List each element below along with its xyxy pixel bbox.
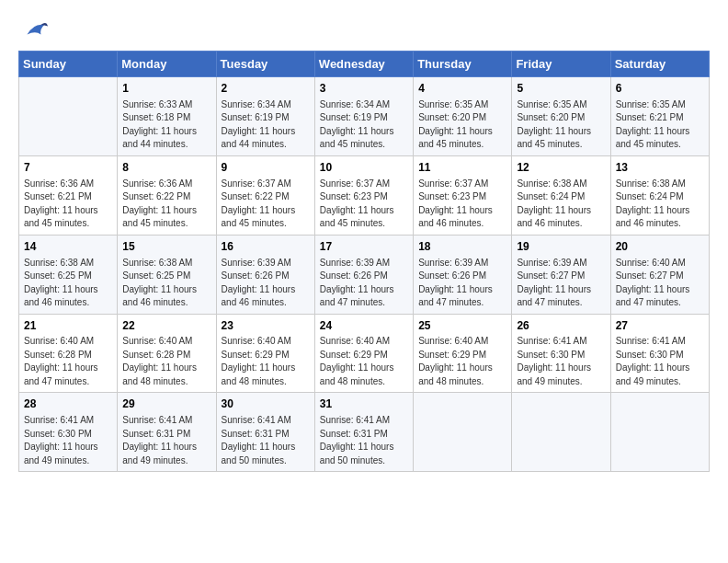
day-info: Sunrise: 6:40 AM Sunset: 6:28 PM Dayligh… bbox=[24, 335, 112, 388]
day-info: Sunrise: 6:38 AM Sunset: 6:24 PM Dayligh… bbox=[517, 178, 605, 231]
calendar-cell: 23Sunrise: 6:40 AM Sunset: 6:29 PM Dayli… bbox=[216, 314, 314, 393]
day-info: Sunrise: 6:35 AM Sunset: 6:20 PM Dayligh… bbox=[517, 98, 605, 152]
day-info: Sunrise: 6:40 AM Sunset: 6:27 PM Dayligh… bbox=[616, 257, 704, 310]
calendar-cell: 26Sunrise: 6:41 AM Sunset: 6:30 PM Dayli… bbox=[512, 314, 610, 393]
day-number: 2 bbox=[222, 81, 310, 97]
week-row-5: 28Sunrise: 6:41 AM Sunset: 6:30 PM Dayli… bbox=[19, 393, 710, 472]
day-info: Sunrise: 6:37 AM Sunset: 6:23 PM Dayligh… bbox=[320, 178, 408, 231]
day-info: Sunrise: 6:41 AM Sunset: 6:30 PM Dayligh… bbox=[24, 414, 112, 467]
calendar-cell: 2Sunrise: 6:34 AM Sunset: 6:19 PM Daylig… bbox=[216, 77, 314, 156]
calendar-cell: 21Sunrise: 6:40 AM Sunset: 6:28 PM Dayli… bbox=[19, 314, 118, 393]
day-number: 24 bbox=[320, 318, 408, 334]
calendar-cell: 11Sunrise: 6:37 AM Sunset: 6:23 PM Dayli… bbox=[414, 155, 512, 235]
day-info: Sunrise: 6:40 AM Sunset: 6:29 PM Dayligh… bbox=[222, 335, 310, 388]
day-number: 26 bbox=[517, 318, 605, 334]
day-number: 20 bbox=[616, 239, 704, 255]
day-number: 21 bbox=[24, 318, 112, 334]
day-number: 12 bbox=[517, 160, 605, 176]
day-info: Sunrise: 6:40 AM Sunset: 6:29 PM Dayligh… bbox=[320, 335, 408, 388]
calendar-cell: 7Sunrise: 6:36 AM Sunset: 6:21 PM Daylig… bbox=[19, 155, 118, 235]
week-row-1: 1Sunrise: 6:33 AM Sunset: 6:18 PM Daylig… bbox=[19, 77, 710, 156]
calendar-cell: 3Sunrise: 6:34 AM Sunset: 6:19 PM Daylig… bbox=[314, 77, 413, 156]
day-number: 27 bbox=[616, 318, 704, 334]
day-info: Sunrise: 6:41 AM Sunset: 6:30 PM Dayligh… bbox=[517, 335, 605, 388]
calendar-cell: 9Sunrise: 6:37 AM Sunset: 6:22 PM Daylig… bbox=[216, 155, 314, 235]
calendar-cell: 31Sunrise: 6:41 AM Sunset: 6:31 PM Dayli… bbox=[314, 393, 413, 472]
day-number: 31 bbox=[320, 396, 408, 412]
day-number: 7 bbox=[24, 160, 112, 176]
day-info: Sunrise: 6:33 AM Sunset: 6:18 PM Dayligh… bbox=[122, 98, 210, 152]
day-info: Sunrise: 6:40 AM Sunset: 6:29 PM Dayligh… bbox=[418, 335, 506, 388]
day-info: Sunrise: 6:39 AM Sunset: 6:27 PM Dayligh… bbox=[517, 257, 605, 310]
calendar-cell: 8Sunrise: 6:36 AM Sunset: 6:22 PM Daylig… bbox=[118, 155, 216, 235]
calendar-cell: 22Sunrise: 6:40 AM Sunset: 6:28 PM Dayli… bbox=[118, 314, 216, 393]
calendar-cell bbox=[19, 77, 118, 156]
calendar-body: 1Sunrise: 6:33 AM Sunset: 6:18 PM Daylig… bbox=[19, 77, 710, 472]
day-info: Sunrise: 6:34 AM Sunset: 6:19 PM Dayligh… bbox=[320, 98, 408, 152]
day-info: Sunrise: 6:34 AM Sunset: 6:19 PM Dayligh… bbox=[222, 98, 310, 152]
day-number: 4 bbox=[418, 81, 506, 97]
calendar-cell: 16Sunrise: 6:39 AM Sunset: 6:26 PM Dayli… bbox=[216, 235, 314, 314]
header-cell-sunday: Sunday bbox=[19, 52, 118, 77]
day-info: Sunrise: 6:36 AM Sunset: 6:22 PM Dayligh… bbox=[122, 178, 210, 231]
day-info: Sunrise: 6:38 AM Sunset: 6:25 PM Dayligh… bbox=[24, 257, 112, 310]
day-info: Sunrise: 6:35 AM Sunset: 6:20 PM Dayligh… bbox=[418, 98, 506, 152]
day-number: 30 bbox=[222, 396, 310, 412]
day-number: 10 bbox=[320, 160, 408, 176]
day-number: 29 bbox=[122, 396, 210, 412]
day-number: 17 bbox=[320, 239, 408, 255]
week-row-4: 21Sunrise: 6:40 AM Sunset: 6:28 PM Dayli… bbox=[19, 314, 710, 393]
day-number: 13 bbox=[616, 160, 704, 176]
calendar-cell: 30Sunrise: 6:41 AM Sunset: 6:31 PM Dayli… bbox=[216, 393, 314, 472]
calendar-cell: 27Sunrise: 6:41 AM Sunset: 6:30 PM Dayli… bbox=[610, 314, 709, 393]
day-info: Sunrise: 6:41 AM Sunset: 6:30 PM Dayligh… bbox=[616, 335, 704, 388]
day-number: 11 bbox=[418, 160, 506, 176]
day-number: 18 bbox=[418, 239, 506, 255]
logo bbox=[18, 18, 46, 41]
calendar-cell: 28Sunrise: 6:41 AM Sunset: 6:30 PM Dayli… bbox=[19, 393, 118, 472]
day-info: Sunrise: 6:41 AM Sunset: 6:31 PM Dayligh… bbox=[320, 414, 408, 467]
page-header bbox=[18, 18, 710, 41]
header-cell-monday: Monday bbox=[118, 52, 216, 77]
week-row-2: 7Sunrise: 6:36 AM Sunset: 6:21 PM Daylig… bbox=[19, 155, 710, 235]
calendar-cell: 18Sunrise: 6:39 AM Sunset: 6:26 PM Dayli… bbox=[414, 235, 512, 314]
day-info: Sunrise: 6:41 AM Sunset: 6:31 PM Dayligh… bbox=[222, 414, 310, 467]
header-row: SundayMondayTuesdayWednesdayThursdayFrid… bbox=[19, 52, 710, 77]
day-info: Sunrise: 6:36 AM Sunset: 6:21 PM Dayligh… bbox=[24, 178, 112, 231]
day-info: Sunrise: 6:39 AM Sunset: 6:26 PM Dayligh… bbox=[418, 257, 506, 310]
calendar-cell: 15Sunrise: 6:38 AM Sunset: 6:25 PM Dayli… bbox=[118, 235, 216, 314]
header-cell-tuesday: Tuesday bbox=[216, 52, 314, 77]
calendar-cell: 4Sunrise: 6:35 AM Sunset: 6:20 PM Daylig… bbox=[414, 77, 512, 156]
day-number: 5 bbox=[517, 81, 605, 97]
calendar-cell bbox=[414, 393, 512, 472]
calendar-header: SundayMondayTuesdayWednesdayThursdayFrid… bbox=[19, 52, 710, 77]
calendar-cell: 6Sunrise: 6:35 AM Sunset: 6:21 PM Daylig… bbox=[610, 77, 709, 156]
logo-bird-icon bbox=[20, 19, 48, 41]
day-number: 6 bbox=[616, 81, 704, 97]
calendar-cell: 1Sunrise: 6:33 AM Sunset: 6:18 PM Daylig… bbox=[118, 77, 216, 156]
calendar-cell: 13Sunrise: 6:38 AM Sunset: 6:24 PM Dayli… bbox=[610, 155, 709, 235]
day-number: 19 bbox=[517, 239, 605, 255]
calendar-cell: 5Sunrise: 6:35 AM Sunset: 6:20 PM Daylig… bbox=[512, 77, 610, 156]
calendar-cell: 17Sunrise: 6:39 AM Sunset: 6:26 PM Dayli… bbox=[314, 235, 413, 314]
calendar-cell: 19Sunrise: 6:39 AM Sunset: 6:27 PM Dayli… bbox=[512, 235, 610, 314]
calendar-cell: 25Sunrise: 6:40 AM Sunset: 6:29 PM Dayli… bbox=[414, 314, 512, 393]
day-info: Sunrise: 6:38 AM Sunset: 6:25 PM Dayligh… bbox=[122, 257, 210, 310]
calendar-cell: 12Sunrise: 6:38 AM Sunset: 6:24 PM Dayli… bbox=[512, 155, 610, 235]
day-number: 25 bbox=[418, 318, 506, 334]
day-info: Sunrise: 6:38 AM Sunset: 6:24 PM Dayligh… bbox=[616, 178, 704, 231]
week-row-3: 14Sunrise: 6:38 AM Sunset: 6:25 PM Dayli… bbox=[19, 235, 710, 314]
day-info: Sunrise: 6:39 AM Sunset: 6:26 PM Dayligh… bbox=[320, 257, 408, 310]
day-info: Sunrise: 6:35 AM Sunset: 6:21 PM Dayligh… bbox=[616, 98, 704, 152]
header-cell-thursday: Thursday bbox=[414, 52, 512, 77]
day-number: 23 bbox=[222, 318, 310, 334]
day-info: Sunrise: 6:41 AM Sunset: 6:31 PM Dayligh… bbox=[122, 414, 210, 467]
header-cell-saturday: Saturday bbox=[610, 52, 709, 77]
day-number: 15 bbox=[122, 239, 210, 255]
day-number: 9 bbox=[222, 160, 310, 176]
day-number: 8 bbox=[122, 160, 210, 176]
day-info: Sunrise: 6:39 AM Sunset: 6:26 PM Dayligh… bbox=[222, 257, 310, 310]
calendar-cell bbox=[512, 393, 610, 472]
calendar-cell: 29Sunrise: 6:41 AM Sunset: 6:31 PM Dayli… bbox=[118, 393, 216, 472]
day-number: 22 bbox=[122, 318, 210, 334]
